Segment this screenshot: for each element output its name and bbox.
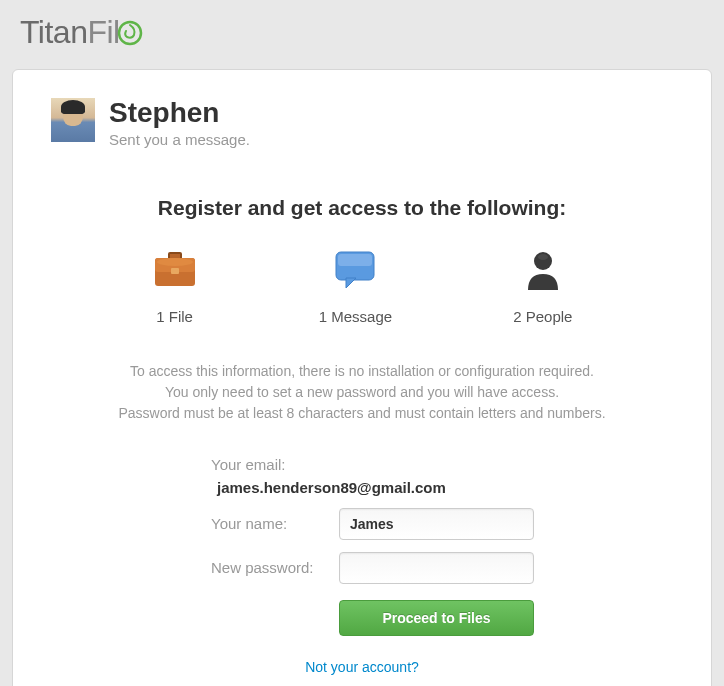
register-heading: Register and get access to the following… xyxy=(51,196,673,220)
email-label: Your email: xyxy=(211,456,339,473)
brand-part1: Titan xyxy=(20,14,87,50)
access-item-message: 1 Message xyxy=(319,248,392,325)
sender-info: Stephen Sent you a message. xyxy=(109,98,250,148)
access-item-file: 1 File xyxy=(152,248,198,325)
brand-logo: TitanFil xyxy=(20,14,704,51)
email-value: james.henderson89@gmail.com xyxy=(211,479,446,496)
not-account-row: Not your account? xyxy=(51,658,673,676)
password-label: New password: xyxy=(211,559,339,576)
speech-bubble-icon xyxy=(332,248,378,292)
access-people-label: 2 People xyxy=(513,308,572,325)
sender-subtext: Sent you a message. xyxy=(109,131,250,148)
sender-row: Stephen Sent you a message. xyxy=(51,98,673,148)
email-value-row: james.henderson89@gmail.com xyxy=(211,479,523,496)
name-label: Your name: xyxy=(211,515,339,532)
svg-point-6 xyxy=(157,258,193,266)
info-line-2: You only need to set a new password and … xyxy=(51,382,673,403)
access-row: 1 File 1 Message 2 People xyxy=(51,248,673,325)
email-row: Your email: xyxy=(211,456,523,473)
name-row: Your name: xyxy=(211,508,523,540)
person-icon xyxy=(520,248,566,292)
access-message-label: 1 Message xyxy=(319,308,392,325)
proceed-button[interactable]: Proceed to Files xyxy=(339,600,534,636)
sender-avatar xyxy=(51,98,95,142)
access-item-people: 2 People xyxy=(513,248,572,325)
access-file-label: 1 File xyxy=(156,308,193,325)
svg-rect-8 xyxy=(338,254,372,266)
info-line-3: Password must be at least 8 characters a… xyxy=(51,403,673,424)
password-row: New password: xyxy=(211,552,523,584)
password-input[interactable] xyxy=(339,552,534,584)
briefcase-icon xyxy=(152,248,198,292)
not-account-link[interactable]: Not your account? xyxy=(305,659,419,675)
button-row: Proceed to Files xyxy=(211,600,523,636)
sender-name: Stephen xyxy=(109,98,250,129)
page-header: TitanFil xyxy=(0,0,724,69)
svg-rect-5 xyxy=(171,268,179,274)
swirl-icon xyxy=(116,18,144,46)
info-text: To access this information, there is no … xyxy=(51,361,673,424)
main-card: Stephen Sent you a message. Register and… xyxy=(12,69,712,686)
svg-point-10 xyxy=(538,254,548,260)
name-input[interactable] xyxy=(339,508,534,540)
info-line-1: To access this information, there is no … xyxy=(51,361,673,382)
registration-form: Your email: james.henderson89@gmail.com … xyxy=(51,456,673,636)
